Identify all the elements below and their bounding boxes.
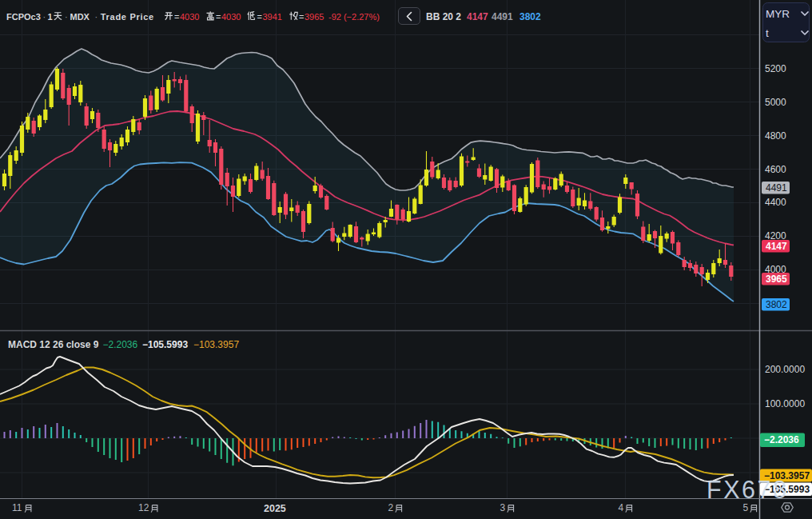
svg-text:100.0000: 100.0000 [765,398,805,409]
svg-text:·: · [95,12,98,22]
svg-text:12: 12 [138,502,149,513]
svg-text:2025: 2025 [264,503,286,514]
svg-text:3941: 3941 [263,12,282,22]
svg-text:3802: 3802 [519,11,541,22]
svg-text:4030: 4030 [221,12,241,22]
svg-text:5200: 5200 [765,63,786,74]
svg-text:−2.2036: −2.2036 [764,434,799,445]
svg-text:4600: 4600 [765,164,786,175]
svg-text:t: t [766,27,769,39]
svg-text:=: = [216,12,221,22]
svg-text:·: · [43,12,46,22]
svg-text:FCPOc3: FCPOc3 [6,12,41,22]
svg-text:−2.2036: −2.2036 [103,339,138,350]
svg-text:11: 11 [12,502,22,513]
svg-text:·: · [65,12,68,22]
svg-text:MDX: MDX [70,12,90,22]
svg-text:BB 20 2: BB 20 2 [426,11,461,22]
svg-text:-92 (−2.27%): -92 (−2.27%) [328,12,380,22]
svg-text:200.0000: 200.0000 [765,364,805,375]
svg-text:−103.3957: −103.3957 [193,339,239,350]
svg-text:1: 1 [48,12,53,22]
svg-text:4: 4 [618,502,623,513]
svg-text:2: 2 [388,502,393,513]
svg-text:4147: 4147 [467,11,488,22]
svg-text:=: = [299,12,304,22]
svg-text:4491: 4491 [766,182,787,194]
svg-text:=: = [257,12,262,22]
svg-text:Trade Price: Trade Price [101,12,154,22]
svg-text:4400: 4400 [765,197,786,208]
svg-text:3965: 3965 [766,273,787,285]
svg-text:=: = [174,12,179,22]
svg-text:4491: 4491 [492,11,513,22]
svg-text:5: 5 [742,502,748,513]
svg-text:MYR: MYR [766,8,790,20]
svg-text:3: 3 [500,502,505,513]
svg-text:3965: 3965 [304,12,324,22]
svg-text:4800: 4800 [765,130,786,142]
svg-text:FX678: FX678 [707,476,788,503]
svg-text:4147: 4147 [766,241,787,252]
svg-text:−105.5993: −105.5993 [142,339,188,350]
svg-text:5000: 5000 [765,97,786,108]
svg-text:MACD 12 26 close 9: MACD 12 26 close 9 [8,339,99,350]
svg-text:3802: 3802 [766,299,787,310]
svg-text:4030: 4030 [180,12,199,22]
